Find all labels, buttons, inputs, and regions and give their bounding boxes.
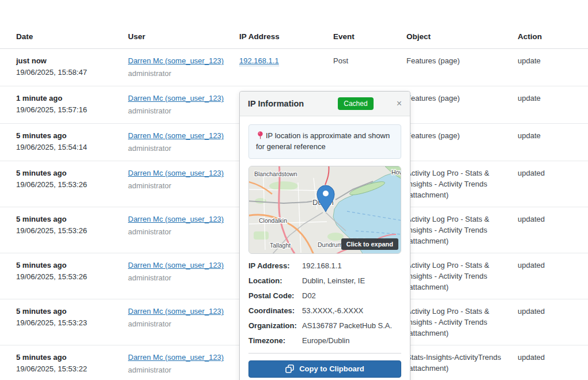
datetime: 19/06/2025, 15:58:47 [16,67,119,78]
detail-row-coordinates: Coordinates:53.XXXX,-6.XXXX [248,306,401,316]
user-link[interactable]: Darren Mc (some_user_123) [128,307,224,316]
event-action: update [518,49,588,86]
user-role: administrator [128,143,230,154]
col-header-object: Object [406,21,518,49]
event-object: Stats-Insights-ActivityTrends (attachmen… [406,345,518,380]
map-label: Blanchardstown [254,170,297,177]
col-header-user: User [128,21,239,49]
user-link[interactable]: Darren Mc (some_user_123) [128,215,224,223]
col-header-ip: IP Address [239,21,333,49]
copy-to-clipboard-button[interactable]: Copy to Clipboard [248,360,401,378]
relative-time: 5 minutes ago [16,214,119,225]
detail-value: Dublin, Leinster, IE [302,276,365,286]
datetime: 19/06/2025, 15:53:26 [16,179,119,191]
col-header-event: Event [333,21,406,49]
user-link[interactable]: Darren Mc (some_user_123) [128,169,224,177]
detail-row-location: Location:Dublin, Leinster, IE [248,276,401,286]
datetime: 19/06/2025, 15:53:23 [16,317,119,329]
event-object: Features (page) [406,86,518,124]
map-expand-tooltip: Click to expand [341,238,398,250]
popup-title: IP Information [248,99,304,108]
popup-body: IP location is approximate and shown for… [240,116,410,380]
detail-row-ip: IP Address:192.168.1.1 [248,261,401,271]
user-link[interactable]: Darren Mc (some_user_123) [128,261,224,269]
event-object: Activity Log Pro - Stats & Insights - Ac… [406,161,518,207]
table-row: just now19/06/2025, 15:58:47 Darren Mc (… [0,49,588,86]
map-label: Clondalkin [259,217,287,224]
user-role: administrator [128,272,230,284]
detail-value: 192.168.1.1 [302,261,342,271]
detail-row-timezone: Timezone:Europe/Dublin [248,336,401,345]
relative-time: 5 minutes ago [16,130,119,142]
copy-button-label: Copy to Clipboard [299,364,364,373]
detail-label: Location: [248,276,302,286]
user-role: administrator [128,364,230,376]
relative-time: 5 minutes ago [16,352,119,363]
ip-details: IP Address:192.168.1.1 Location:Dublin, … [248,261,401,345]
detail-value: Europe/Dublin [302,336,349,345]
event-object: Activity Log Pro - Stats & Insights - Ac… [406,299,518,345]
activity-log-page: Date User IP Address Event Object Action… [0,21,588,380]
user-role: administrator [128,226,230,238]
cached-badge: Cached [338,97,373,110]
datetime: 19/06/2025, 15:54:14 [16,142,119,153]
detail-label: Postal Code: [248,291,302,301]
event-action: update [518,86,588,124]
col-header-date: Date [0,21,128,49]
event-type: Post [333,49,406,86]
col-header-action: Action [518,21,588,49]
detail-row-postal: Postal Code:D02 [248,291,401,301]
ip-location-map[interactable]: Blanchardstown How Dublin Clondalkin Tal… [248,166,401,254]
user-role: administrator [128,68,230,79]
event-action: update [518,124,588,161]
user-link[interactable]: Darren Mc (some_user_123) [128,131,224,140]
detail-row-organization: Organization:AS136787 PacketHub S.A. [248,321,401,330]
detail-value: 53.XXXX,-6.XXXX [302,306,363,316]
detail-label: Coordinates: [248,306,302,316]
ip-link[interactable]: 192.168.1.1 [239,56,279,66]
user-link[interactable]: Darren Mc (some_user_123) [128,94,224,102]
close-icon[interactable]: × [397,99,402,108]
event-action: updated [518,253,588,299]
event-object: Features (page) [406,124,518,161]
detail-value: AS136787 PacketHub S.A. [302,321,392,330]
datetime: 19/06/2025, 15:53:22 [16,363,119,375]
detail-value: D02 [302,291,316,301]
datetime: 19/06/2025, 15:53:26 [16,225,119,237]
map-label: Dundrum [318,241,342,248]
relative-time: 5 minutes ago [16,168,119,179]
detail-label: Timezone: [248,336,302,345]
copy-icon [285,364,294,373]
relative-time: just now [16,55,119,67]
datetime: 19/06/2025, 15:53:26 [16,271,119,283]
event-action: updated [518,207,588,253]
user-link[interactable]: Darren Mc (some_user_123) [128,56,224,65]
event-action: updated [518,161,588,207]
divider [248,353,401,354]
user-role: administrator [128,318,230,330]
map-label: Tallaght [270,242,291,249]
ip-location-notice: IP location is approximate and shown for… [248,124,401,159]
relative-time: 5 minutes ago [16,260,119,271]
table-header-row: Date User IP Address Event Object Action [0,21,588,49]
map-label: How [391,169,401,176]
relative-time: 5 minutes ago [16,306,119,317]
pushpin-icon [257,131,263,139]
event-object: Activity Log Pro - Stats & Insights - Ac… [406,207,518,253]
event-action: updated [518,345,588,380]
ip-information-popup: IP Information Cached × IP location is a… [239,91,410,380]
user-link[interactable]: Darren Mc (some_user_123) [128,353,224,362]
relative-time: 1 minute ago [16,93,119,104]
event-object: Features (page) [406,49,518,86]
notice-text: IP location is approximate and shown for… [256,131,390,151]
detail-label: Organization: [248,321,302,330]
detail-label: IP Address: [248,261,302,271]
event-object: Activity Log Pro - Stats & Insights - Ac… [406,253,518,299]
event-action: updated [518,299,588,345]
datetime: 19/06/2025, 15:57:16 [16,104,119,116]
user-role: administrator [128,105,230,117]
popup-header: IP Information Cached × [240,92,410,116]
user-role: administrator [128,180,230,192]
